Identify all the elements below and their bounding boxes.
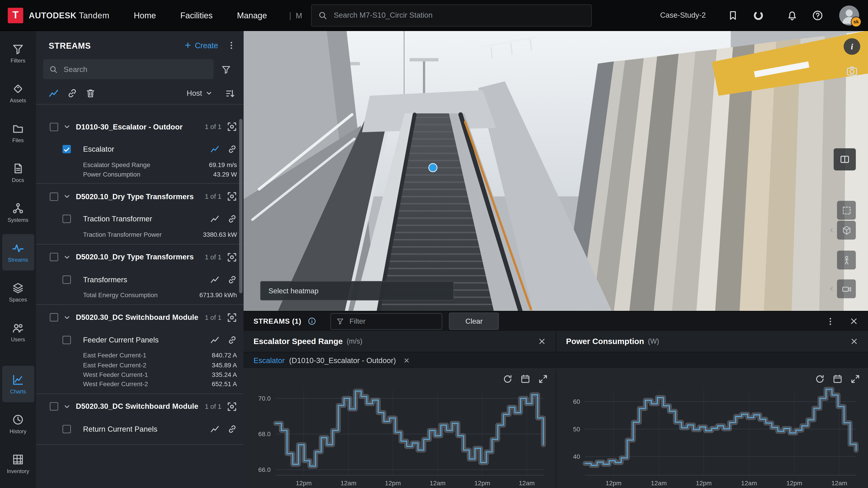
sidebar-item-inventory[interactable]: Inventory <box>2 446 34 482</box>
stream-checkbox[interactable] <box>62 145 71 153</box>
collapse-chevron-icon[interactable] <box>828 285 835 292</box>
stream-row[interactable]: Transformers <box>36 268 244 290</box>
group-checkbox[interactable] <box>50 402 58 411</box>
sort-icon[interactable] <box>225 88 235 98</box>
close-chart-icon[interactable] <box>850 337 858 345</box>
panel-kebab-icon[interactable] <box>227 41 236 50</box>
bookmark-icon[interactable] <box>727 10 739 21</box>
filter-input[interactable] <box>348 317 442 326</box>
locate-in-view-icon[interactable] <box>227 313 237 323</box>
heatmap-point[interactable] <box>429 163 437 172</box>
calendar-icon[interactable] <box>833 374 843 384</box>
calendar-icon[interactable] <box>520 374 530 384</box>
chart-icon[interactable] <box>210 335 220 345</box>
project-name[interactable]: Case-Study-2 <box>660 11 706 20</box>
sidebar-item-streams[interactable]: Streams <box>2 234 34 270</box>
chevron-down-icon[interactable] <box>63 314 71 321</box>
sidebar-item-users[interactable]: Users <box>2 314 34 350</box>
refresh-icon[interactable] <box>502 374 512 384</box>
nav-manage[interactable]: Manage <box>237 10 267 20</box>
host-dropdown[interactable]: Host <box>187 89 212 98</box>
nav-home[interactable]: Home <box>134 10 156 20</box>
avatar[interactable]: sk <box>839 5 859 25</box>
stream-row[interactable]: Return Current Panels <box>36 417 244 440</box>
first-person-button[interactable] <box>837 251 856 269</box>
group-checkbox[interactable] <box>50 192 58 201</box>
locate-in-view-icon[interactable] <box>227 401 237 411</box>
reports-donut-icon[interactable] <box>753 10 764 21</box>
chart-icon[interactable] <box>210 144 220 154</box>
link-icon[interactable] <box>227 424 237 434</box>
notifications-bell-icon[interactable] <box>787 10 798 21</box>
connections-icon[interactable] <box>67 88 78 98</box>
stream-checkbox[interactable] <box>62 425 71 433</box>
sidebar-item-systems[interactable]: Systems <box>2 194 34 231</box>
sidebar-item-filters[interactable]: Filters <box>2 35 34 71</box>
streams-scrollbar[interactable] <box>239 119 243 293</box>
chart-view-toggle-icon[interactable] <box>49 88 59 98</box>
group-checkbox[interactable] <box>50 313 58 322</box>
trash-icon[interactable] <box>85 88 96 98</box>
stream-group-header[interactable]: D5020.10_Dry Type Transformers1 of 1 <box>36 185 244 207</box>
chart-icon[interactable] <box>210 275 220 284</box>
streams-search-input[interactable] <box>62 65 214 74</box>
streams-search[interactable] <box>43 59 214 79</box>
sidebar-item-spaces[interactable]: Spaces <box>2 274 34 310</box>
locate-in-view-icon[interactable] <box>227 192 237 202</box>
sidebar-item-history[interactable]: History <box>2 405 34 442</box>
sidebar-item-assets[interactable]: Assets <box>2 75 34 111</box>
close-chart-icon[interactable] <box>538 337 546 345</box>
stream-group-header[interactable]: D5020.10_Dry Type Transformers1 of 1 <box>36 246 244 268</box>
sidebar-item-charts[interactable]: Charts <box>2 366 34 402</box>
chevron-down-icon[interactable] <box>63 123 71 131</box>
stream-checkbox[interactable] <box>62 215 71 223</box>
expand-icon[interactable] <box>850 374 860 384</box>
viewport-canvas[interactable] <box>244 30 868 311</box>
streams-filter-icon[interactable] <box>221 65 231 74</box>
tab-stream-name[interactable]: Escalator <box>254 356 285 365</box>
split-view-button[interactable] <box>834 148 856 170</box>
link-icon[interactable] <box>227 275 237 284</box>
stream-checkbox[interactable] <box>62 275 71 284</box>
sidebar-item-files[interactable]: Files <box>2 115 34 151</box>
stream-row[interactable]: Traction Transformer <box>36 208 244 230</box>
snapshot-camera-icon[interactable] <box>846 65 858 77</box>
chart-icon[interactable] <box>210 424 220 434</box>
stream-group-header[interactable]: D5020.30_DC Switchboard Module1 of 1 <box>36 306 244 328</box>
info-icon[interactable] <box>308 317 316 325</box>
clear-button[interactable]: Clear <box>449 313 499 330</box>
refresh-icon[interactable] <box>815 374 825 384</box>
stream-group-header[interactable]: D1010-30_Escalator - Outdoor1 of 1 <box>36 115 244 138</box>
chevron-down-icon[interactable] <box>63 402 71 410</box>
camera-view-button[interactable] <box>837 279 856 298</box>
tab-close-icon[interactable] <box>404 357 410 363</box>
select-heatmap-dropdown[interactable]: Select heatmap <box>260 281 454 301</box>
locate-in-view-icon[interactable] <box>227 122 237 132</box>
stream-row[interactable]: Feeder Current Panels <box>36 328 244 351</box>
collapse-chevron-icon[interactable] <box>828 227 835 233</box>
link-icon[interactable] <box>227 144 237 154</box>
nav-facilities[interactable]: Facilities <box>180 10 213 20</box>
chart-icon[interactable] <box>210 214 220 224</box>
group-checkbox[interactable] <box>50 123 58 131</box>
streams-filter[interactable] <box>331 313 442 329</box>
locate-in-view-icon[interactable] <box>227 252 237 262</box>
expand-icon[interactable] <box>538 374 548 384</box>
kebab-icon[interactable] <box>826 317 835 325</box>
help-icon[interactable] <box>812 10 823 21</box>
chart-canvas[interactable]: 12pm12am12pm12am12pm12am405060 <box>556 369 868 488</box>
group-checkbox[interactable] <box>50 253 58 261</box>
brand-text[interactable]: AUTODESK Tandem <box>29 10 110 20</box>
chevron-down-icon[interactable] <box>63 193 71 200</box>
create-stream-button[interactable]: +Create <box>185 39 218 52</box>
orbit-cube-button[interactable] <box>837 221 856 239</box>
chevron-down-icon[interactable] <box>63 253 71 261</box>
link-icon[interactable] <box>227 335 237 345</box>
chart-canvas[interactable]: 12pm12am12pm12am12pm12am66.068.070.0 <box>244 369 556 488</box>
tandem-logo[interactable]: T <box>8 7 23 23</box>
selection-box-button[interactable] <box>837 201 856 220</box>
stream-group-header[interactable]: D5020.30_DC Switchboard Module1 of 1 <box>36 395 244 417</box>
info-button[interactable]: i <box>843 38 860 55</box>
search-input[interactable] <box>333 10 591 20</box>
link-icon[interactable] <box>227 214 237 224</box>
